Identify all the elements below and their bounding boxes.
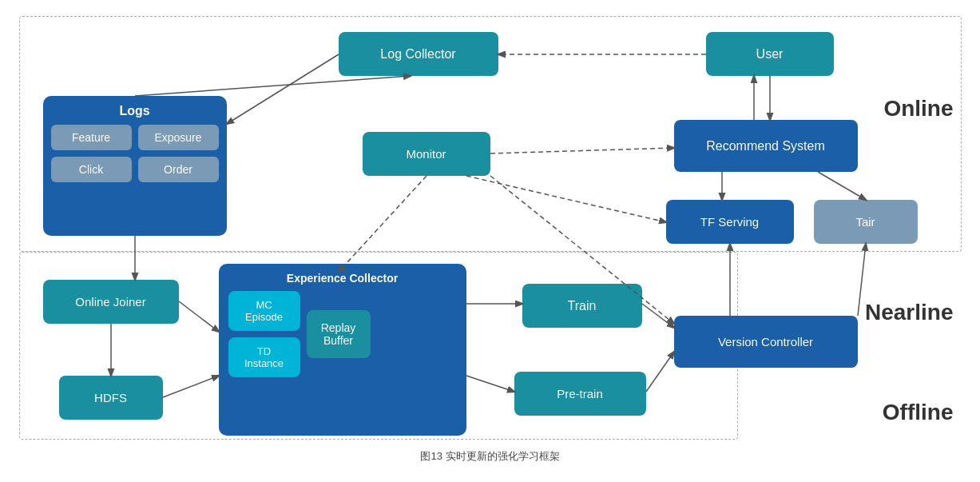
- logs-grid: Feature Exposure Click Order: [51, 125, 219, 182]
- tf-serving-node: TF Serving: [666, 200, 794, 244]
- mc-episode-item: MC Episode: [228, 291, 300, 331]
- nearline-label: Nearline: [865, 300, 954, 325]
- hdfs-node: HDFS: [59, 376, 163, 420]
- exp-inner: MC Episode TD Instance Replay Buffer: [228, 291, 457, 377]
- user-node: User: [706, 32, 834, 76]
- experience-collector-container: Experience Collector MC Episode TD Insta…: [219, 264, 466, 436]
- experience-collector-label: Experience Collector: [228, 272, 457, 285]
- version-controller-node: Version Controller: [674, 316, 858, 368]
- offline-label: Offline: [883, 400, 954, 425]
- log-collector-node: Log Collector: [339, 32, 498, 76]
- train-node: Train: [522, 284, 642, 328]
- pre-train-node: Pre-train: [514, 372, 646, 416]
- exposure-item: Exposure: [138, 125, 219, 150]
- feature-item: Feature: [51, 125, 132, 150]
- tair-node: Tair: [814, 200, 918, 244]
- click-item: Click: [51, 157, 132, 182]
- caption: 图13 实时更新的强化学习框架: [19, 449, 962, 464]
- logs-label: Logs: [51, 104, 219, 118]
- td-instance-item: TD Instance: [228, 337, 300, 377]
- recommend-system-node: Recommend System: [674, 120, 858, 172]
- replay-buffer-item: Replay Buffer: [307, 310, 371, 358]
- logs-container: Logs Feature Exposure Click Order: [43, 96, 227, 236]
- online-joiner-node: Online Joiner: [43, 280, 179, 324]
- diagram: Online Nearline Offline Log Collector Us…: [19, 8, 962, 464]
- exp-left: MC Episode TD Instance: [228, 291, 300, 377]
- online-label: Online: [883, 96, 953, 121]
- order-item: Order: [138, 157, 219, 182]
- svg-line-11: [858, 244, 866, 316]
- monitor-node: Monitor: [363, 132, 490, 176]
